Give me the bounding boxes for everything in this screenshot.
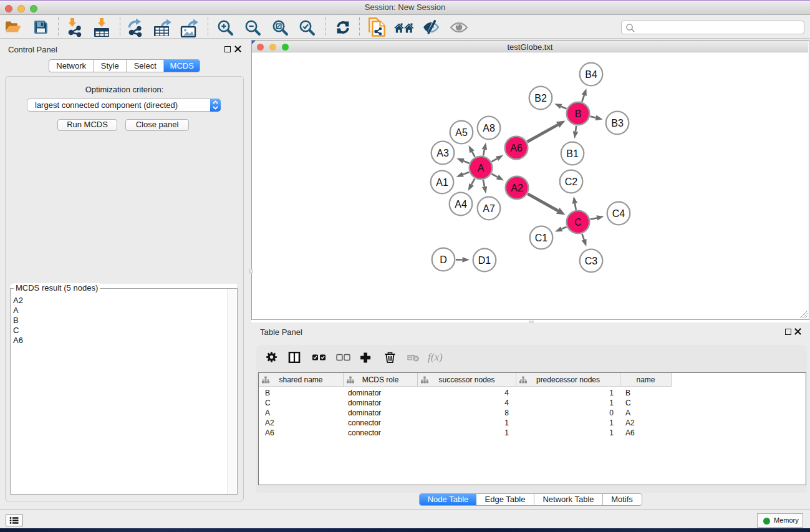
svg-text:C3: C3 [585,256,598,266]
svg-text:B4: B4 [585,69,597,80]
svg-text:B2: B2 [534,93,547,104]
svg-text:A6: A6 [510,143,523,153]
svg-text:C2: C2 [565,177,578,187]
svg-text:D: D [440,254,447,265]
svg-text:C: C [574,217,582,228]
svg-text:C1: C1 [535,233,548,243]
svg-text:C4: C4 [612,208,625,219]
svg-text:A5: A5 [455,127,468,138]
svg-text:A3: A3 [436,148,449,158]
svg-text:f(x): f(x) [428,352,443,363]
svg-text:A4: A4 [455,199,467,210]
svg-text:A: A [478,163,485,173]
svg-text:A2: A2 [511,183,523,193]
svg-text:D1: D1 [478,255,491,266]
svg-text:B1: B1 [566,148,579,159]
svg-text:A7: A7 [483,203,495,214]
svg-text:A8: A8 [483,123,495,133]
svg-text:A1: A1 [436,177,448,188]
svg-text:B3: B3 [611,118,624,128]
svg-text:B: B [575,109,582,119]
